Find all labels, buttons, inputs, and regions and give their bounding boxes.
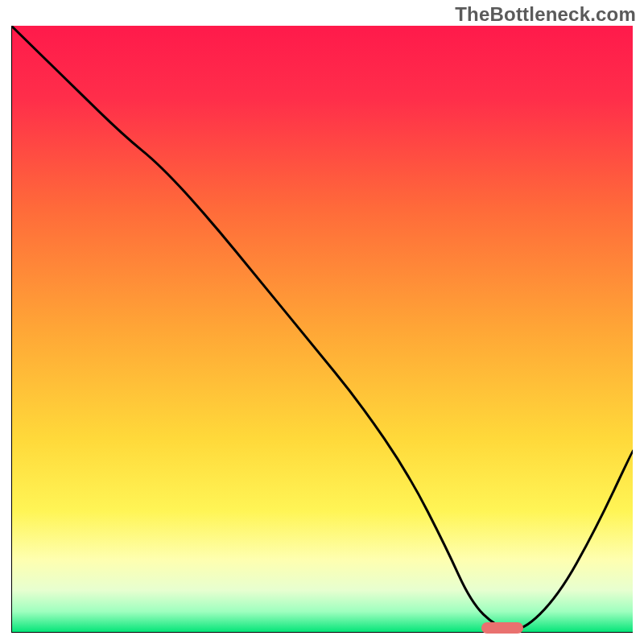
plot-svg <box>11 26 633 633</box>
chart-container: TheBottleneck.com <box>0 0 644 644</box>
plot-area <box>11 26 633 633</box>
watermark-text: TheBottleneck.com <box>455 3 636 26</box>
optimal-marker <box>481 622 523 634</box>
